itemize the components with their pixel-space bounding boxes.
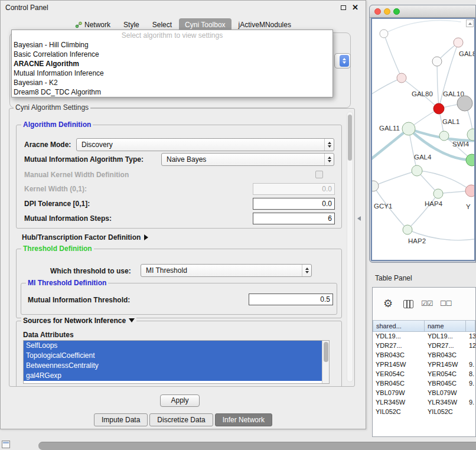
network-node-swi4[interactable] — [467, 129, 475, 141]
minimize-traffic-light-icon[interactable] — [384, 8, 390, 15]
network-edge[interactable] — [372, 78, 402, 96]
scroll-up-button[interactable] — [466, 19, 474, 27]
gear-icon[interactable]: ⚙ — [383, 298, 393, 309]
list-scrollbar[interactable] — [322, 341, 329, 383]
network-node[interactable] — [457, 96, 472, 111]
algorithm-combobox-button[interactable] — [334, 53, 351, 69]
columns-icon[interactable] — [403, 300, 413, 308]
network-edge[interactable] — [384, 34, 402, 78]
algorithm-option-dream8-dc-tdc-algorithm[interactable]: Dream8 DC_TDC Algorithm — [12, 87, 332, 97]
attribute-list-item[interactable]: BetweennessCentrality — [24, 361, 329, 371]
manual-kernel-checkbox[interactable] — [315, 171, 323, 178]
table-cell: YER054C — [425, 370, 466, 379]
attribute-list-item[interactable]: SelfLoops — [24, 341, 329, 351]
network-icon — [75, 21, 82, 28]
panel-dock-icon[interactable] — [2, 441, 10, 448]
list-scrollbar-thumb[interactable] — [324, 342, 328, 362]
bottom-scrollbar[interactable] — [38, 442, 476, 450]
network-node-y[interactable] — [465, 185, 475, 197]
algorithm-dropdown-popup: Select algorithm to view settings Bayesi… — [11, 30, 333, 97]
network-node-gal4[interactable] — [412, 165, 422, 176]
table-row[interactable]: YIL052CYIL052C — [373, 407, 475, 415]
table-cell: YBR043C — [373, 351, 425, 360]
expand-arrow-icon — [144, 234, 148, 240]
network-edge[interactable] — [417, 171, 471, 191]
kernel-width-label: Kernel Width (0,1): — [24, 185, 87, 193]
table-cell: 12 — [466, 341, 475, 351]
column-header[interactable] — [466, 320, 475, 332]
table-cell — [466, 407, 475, 415]
aracne-mode-select[interactable]: Discovery — [76, 138, 334, 151]
network-node[interactable] — [380, 30, 388, 38]
algorithm-option-bayesian-hill-climbing[interactable]: Bayesian - Hill Climbing — [12, 40, 332, 50]
threshold-definition-legend: Threshold Definition — [21, 244, 94, 253]
attribute-list-item[interactable]: gal4RGexp — [24, 371, 329, 381]
attribute-list-item[interactable]: TopologicalCoefficient — [24, 351, 329, 361]
aracne-mode-label: Aracne Mode: — [24, 141, 71, 149]
network-window-titlebar[interactable] — [370, 5, 475, 18]
settings-scrollbar[interactable] — [347, 112, 353, 382]
kernel-width-input[interactable] — [253, 183, 335, 195]
table-cell: 8. — [466, 370, 475, 379]
table-row[interactable]: YPR145WYPR145W9. — [373, 360, 475, 370]
apply-button[interactable]: Apply — [160, 394, 200, 407]
table-cell: YBL079W — [425, 389, 466, 398]
mi-algorithm-type-select[interactable]: Naive Bayes — [161, 153, 334, 166]
table-row[interactable]: YLR345WYLR345W9. — [373, 398, 475, 407]
mi-steps-input[interactable] — [253, 213, 335, 224]
algorithm-option-basic-correlation-inference[interactable]: Basic Correlation Inference — [12, 50, 332, 59]
network-edge[interactable] — [437, 61, 439, 109]
table-row[interactable]: YER054CYER054C8. — [373, 370, 475, 379]
table-row[interactable]: YBR045CYBR045C9. — [373, 379, 475, 389]
network-node-gcy1[interactable] — [372, 181, 379, 191]
table-row[interactable]: YDR27...YDR27...12 — [373, 341, 475, 351]
hub-section-toggle[interactable]: Hub/Transcription Factor Definition — [22, 233, 148, 242]
node-label: GAL4 — [414, 154, 432, 161]
network-canvas[interactable]: GAL80GAL8GAL10GAL11GAL1SWI4GAL4GCY1YHAP4… — [371, 18, 475, 261]
network-node-gal11[interactable] — [402, 122, 415, 135]
settings-scrollbar-thumb[interactable] — [348, 115, 352, 161]
network-node[interactable] — [466, 154, 475, 166]
mi-threshold-input[interactable] — [249, 294, 333, 305]
algorithm-option-bayesian-k2[interactable]: Bayesian - K2 — [12, 78, 332, 87]
table-body: YDL19...YDL19...13YDR27...YDR27...12YBR0… — [373, 332, 475, 415]
sources-legend[interactable]: Sources for Network Inference — [21, 317, 136, 325]
network-edge[interactable] — [372, 129, 409, 161]
mi-threshold-label: Mutual Information Threshold: — [28, 296, 130, 304]
table-row[interactable]: YDL19...YDL19...13 — [373, 332, 475, 341]
column-header[interactable]: name — [425, 320, 466, 332]
zoom-traffic-light-icon[interactable] — [393, 8, 400, 15]
network-edge[interactable] — [407, 194, 438, 230]
data-attributes-list: SelfLoopsTopologicalCoefficientBetweenne… — [23, 340, 330, 384]
network-node-hap4[interactable] — [433, 189, 443, 198]
close-icon[interactable]: ✕ — [352, 3, 358, 12]
select-all-checkboxes-icon[interactable]: ☑☑ — [421, 299, 433, 308]
network-node[interactable] — [432, 57, 442, 66]
algorithm-definition-legend: Algorithm Definition — [21, 120, 93, 129]
bottom-tab-discretize-data[interactable]: Discretize Data — [149, 413, 213, 426]
network-node-hap2[interactable] — [403, 225, 412, 234]
table-cell: YBR045C — [425, 379, 466, 389]
column-header[interactable]: shared... — [373, 320, 425, 332]
close-traffic-light-icon[interactable] — [374, 8, 381, 15]
which-threshold-select[interactable]: MI Threshold — [141, 264, 312, 277]
network-node-gal8[interactable] — [454, 38, 463, 47]
control-panel-titlebar[interactable]: Control Panel ✕ — [1, 1, 366, 15]
deselect-all-checkboxes-icon[interactable]: ☐☐ — [440, 299, 452, 308]
float-window-icon[interactable] — [341, 5, 346, 10]
tab-label: Select — [152, 21, 172, 29]
network-edge[interactable] — [384, 21, 461, 34]
network-edge[interactable] — [373, 171, 417, 186]
algorithm-option-mutual-information-inference[interactable]: Mutual Information Inference — [12, 69, 332, 78]
bottom-tab-infer-network[interactable]: Infer Network — [215, 413, 272, 426]
algorithm-option-aracne-algorithm[interactable]: ARACNE Algorithm — [12, 59, 332, 69]
network-node-gal10[interactable] — [433, 103, 444, 114]
table-row[interactable]: YBR043CYBR043C — [373, 351, 475, 360]
dpi-tolerance-input[interactable] — [253, 198, 335, 210]
table-row[interactable]: YBL079WYBL079W — [373, 389, 475, 398]
bottom-tab-impute-data[interactable]: Impute Data — [94, 413, 148, 426]
panel-collapse-arrow-icon[interactable] — [357, 216, 361, 221]
network-edge[interactable] — [439, 43, 458, 109]
network-node-gal80[interactable] — [397, 73, 406, 83]
network-node-gal1[interactable] — [439, 131, 449, 141]
